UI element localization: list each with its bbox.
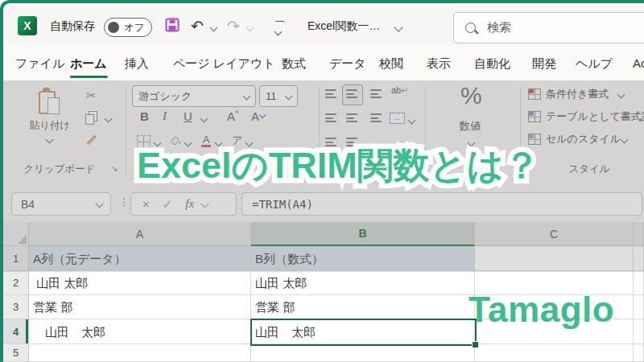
conditional-formatting-icon[interactable] [528, 88, 541, 100]
tab-insert[interactable]: 挿入 [125, 56, 149, 72]
select-all-corner[interactable] [3, 222, 29, 246]
number-group-label[interactable]: 数値 [443, 119, 497, 134]
col-header-b[interactable]: B [251, 222, 475, 246]
col-header-c[interactable]: C [475, 222, 634, 246]
undo-icon[interactable]: ↶ [191, 18, 204, 35]
merge-center-icon[interactable]: ↔ [390, 113, 405, 124]
cell-a3[interactable]: 営業 部 [29, 295, 251, 319]
tab-formulas[interactable]: 数式 [282, 56, 306, 72]
cell-a2[interactable]: 山田 太郎 [29, 271, 251, 295]
formula-controls: × ✓ fx [130, 192, 237, 216]
copy-chevron-icon[interactable] [105, 115, 113, 123]
cut-icon[interactable]: ✂ [86, 88, 97, 103]
conditional-formatting-chevron-icon[interactable] [617, 91, 625, 99]
enter-icon[interactable]: ✓ [163, 197, 173, 212]
font-name-select[interactable]: 游ゴシック [132, 85, 256, 107]
styles-group-label: スタイル [559, 162, 620, 176]
cell-b1[interactable]: B列（数式） [251, 246, 475, 271]
col-header-a[interactable]: A [29, 222, 251, 246]
conditional-formatting-button[interactable]: 条件付き書式 [546, 87, 609, 101]
paste-icon[interactable] [39, 88, 60, 114]
tab-developer[interactable]: 開発 [532, 56, 556, 72]
tab-review[interactable]: 校閲 [379, 56, 403, 72]
cell-a4[interactable]: 山田 太郎 [29, 319, 251, 344]
align-top-icon[interactable] [325, 89, 336, 98]
align-bottom-icon[interactable] [370, 89, 382, 98]
search-icon [465, 23, 476, 33]
quick-access-menu-icon[interactable] [275, 21, 284, 38]
cancel-icon[interactable]: × [142, 197, 150, 211]
number-format-icon[interactable]: % [460, 82, 482, 109]
row-header-3[interactable]: 3 [3, 295, 29, 319]
shrink-font-button[interactable]: A [251, 109, 265, 123]
tab-automate[interactable]: 自動化 [474, 56, 510, 72]
search-input[interactable]: 検索 [453, 12, 644, 43]
redo-chevron-icon [246, 24, 254, 32]
row-header-2[interactable]: 2 [3, 271, 29, 295]
row-header-4[interactable]: 4 [3, 319, 29, 344]
watermark-logo: Tamaglo [469, 290, 614, 330]
search-placeholder: 検索 [487, 20, 511, 35]
grow-font-button[interactable]: A^ [227, 109, 238, 123]
filename-chevron-icon[interactable] [394, 23, 402, 31]
align-right-icon[interactable] [370, 113, 382, 122]
name-box[interactable]: B4 [11, 192, 111, 216]
excel-window: X 自動保存 オフ ↶ ↷ Excel関数一… 検索 ファイル ホーム 挿入 ペ… [0, 0, 644, 362]
paste-button[interactable]: 貼り付け [21, 119, 79, 133]
formula-input[interactable]: =TRIM(A4) [242, 192, 642, 216]
title-bar: X 自動保存 オフ ↶ ↷ Excel関数一… 検索 [3, 3, 644, 47]
align-left-icon[interactable] [325, 113, 336, 122]
paste-chevron-icon[interactable] [46, 136, 54, 144]
grid-row-1: 1 A列（元データ） B列（数式） [3, 246, 644, 271]
cell-c1[interactable] [475, 246, 634, 271]
copy-icon[interactable] [85, 111, 97, 125]
align-middle-icon[interactable] [346, 89, 357, 98]
tab-page-layout[interactable]: ページ レイアウト [173, 56, 275, 72]
save-icon[interactable] [164, 17, 180, 33]
tab-home[interactable]: ホーム [70, 56, 107, 72]
underline-chevron-icon[interactable] [200, 115, 208, 123]
document-title[interactable]: Excel関数一… [308, 19, 380, 34]
col-header-d-sliver[interactable] [634, 222, 644, 246]
clipboard-dialog-launcher-icon[interactable]: ↘ [111, 164, 118, 173]
tab-help[interactable]: ヘルプ [576, 56, 613, 72]
autosave-toggle[interactable]: オフ [104, 18, 152, 37]
cell-a1[interactable]: A列（元データ） [29, 246, 251, 271]
active-tab-underline [70, 76, 108, 78]
cell-c5[interactable] [475, 344, 634, 362]
cell-a5[interactable] [29, 344, 251, 362]
insert-function-icon[interactable]: fx [185, 197, 194, 211]
fill-handle[interactable] [472, 341, 479, 348]
underline-button[interactable]: U [184, 109, 192, 123]
undo-chevron-icon[interactable] [210, 24, 218, 32]
cell-b2[interactable]: 山田 太郎 [251, 271, 475, 295]
selected-cell-border[interactable] [250, 319, 477, 346]
tab-file[interactable]: ファイル [15, 56, 64, 72]
formula-bar-splitter-icon[interactable]: ⋮ [118, 195, 130, 208]
toggle-knob-icon [108, 22, 119, 33]
bold-button[interactable]: B [140, 109, 149, 123]
row-header-1[interactable]: 1 [3, 246, 29, 271]
grid-row-5: 5 [3, 344, 644, 362]
tab-view[interactable]: 表示 [427, 56, 451, 72]
autosave-label: 自動保存 [50, 19, 95, 34]
format-as-table-button[interactable]: テーブルとして書式設定 [546, 109, 644, 124]
excel-logo-icon: X [18, 16, 37, 35]
wrap-text-icon[interactable]: ab↵ [391, 85, 408, 96]
font-size-select[interactable]: 11 [259, 85, 298, 107]
cell-b3[interactable]: 営業 部 [251, 295, 475, 319]
merge-chevron-icon[interactable] [408, 117, 416, 125]
clipboard-group-label: クリップボード [18, 162, 101, 176]
tab-data[interactable]: データ [329, 56, 366, 72]
row-header-5[interactable]: 5 [3, 344, 29, 362]
column-header-row: A B C [3, 222, 644, 246]
format-as-table-icon[interactable] [528, 111, 541, 122]
cell-styles-button[interactable]: セルのスタイル [546, 132, 621, 146]
formula-bar: B4 ⋮ × ✓ fx =TRIM(A4) [3, 187, 644, 223]
italic-button[interactable]: I [163, 109, 167, 123]
cell-b5[interactable] [251, 344, 475, 362]
format-painter-icon[interactable] [84, 132, 97, 146]
cell-styles-chevron-icon[interactable] [621, 136, 629, 144]
tab-acrobat[interactable]: Ac [633, 56, 644, 70]
align-center-icon[interactable] [346, 113, 357, 122]
